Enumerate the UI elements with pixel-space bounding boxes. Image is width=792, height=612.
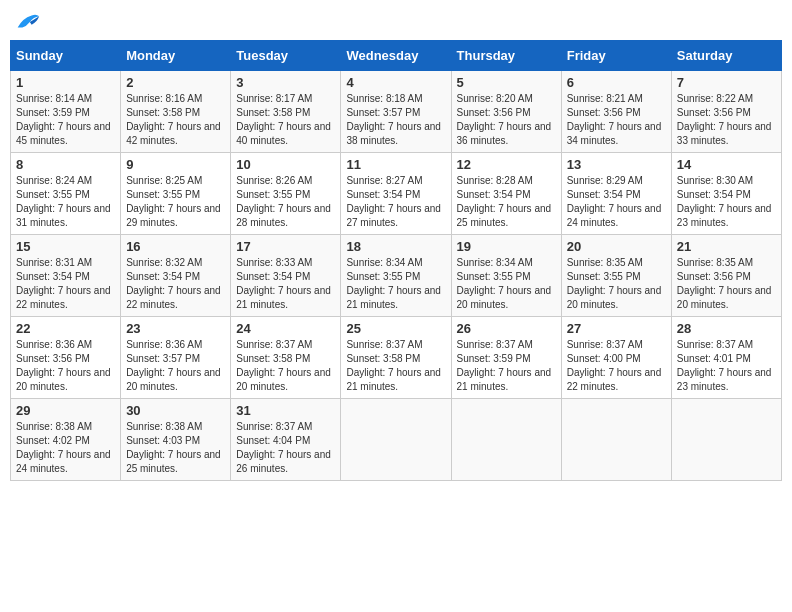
table-row — [451, 399, 561, 481]
col-friday: Friday — [561, 41, 671, 71]
day-info: Sunrise: 8:24 AM Sunset: 3:55 PM Dayligh… — [16, 174, 115, 230]
table-row: 17 Sunrise: 8:33 AM Sunset: 3:54 PM Dayl… — [231, 235, 341, 317]
day-number: 2 — [126, 75, 225, 90]
day-number: 15 — [16, 239, 115, 254]
day-number: 21 — [677, 239, 776, 254]
day-info: Sunrise: 8:37 AM Sunset: 3:59 PM Dayligh… — [457, 338, 556, 394]
day-info: Sunrise: 8:37 AM Sunset: 3:58 PM Dayligh… — [346, 338, 445, 394]
calendar-week-row: 1 Sunrise: 8:14 AM Sunset: 3:59 PM Dayli… — [11, 71, 782, 153]
day-number: 12 — [457, 157, 556, 172]
day-info: Sunrise: 8:34 AM Sunset: 3:55 PM Dayligh… — [457, 256, 556, 312]
calendar-week-row: 29 Sunrise: 8:38 AM Sunset: 4:02 PM Dayl… — [11, 399, 782, 481]
day-number: 23 — [126, 321, 225, 336]
day-number: 27 — [567, 321, 666, 336]
day-number: 31 — [236, 403, 335, 418]
table-row: 5 Sunrise: 8:20 AM Sunset: 3:56 PM Dayli… — [451, 71, 561, 153]
day-info: Sunrise: 8:38 AM Sunset: 4:03 PM Dayligh… — [126, 420, 225, 476]
day-number: 19 — [457, 239, 556, 254]
day-number: 6 — [567, 75, 666, 90]
day-number: 11 — [346, 157, 445, 172]
day-info: Sunrise: 8:28 AM Sunset: 3:54 PM Dayligh… — [457, 174, 556, 230]
table-row: 23 Sunrise: 8:36 AM Sunset: 3:57 PM Dayl… — [121, 317, 231, 399]
table-row: 1 Sunrise: 8:14 AM Sunset: 3:59 PM Dayli… — [11, 71, 121, 153]
day-info: Sunrise: 8:33 AM Sunset: 3:54 PM Dayligh… — [236, 256, 335, 312]
table-row: 29 Sunrise: 8:38 AM Sunset: 4:02 PM Dayl… — [11, 399, 121, 481]
table-row: 11 Sunrise: 8:27 AM Sunset: 3:54 PM Dayl… — [341, 153, 451, 235]
logo-bird-icon — [13, 10, 41, 32]
day-info: Sunrise: 8:29 AM Sunset: 3:54 PM Dayligh… — [567, 174, 666, 230]
day-info: Sunrise: 8:18 AM Sunset: 3:57 PM Dayligh… — [346, 92, 445, 148]
table-row — [341, 399, 451, 481]
calendar-header-row: Sunday Monday Tuesday Wednesday Thursday… — [11, 41, 782, 71]
page-header — [10, 10, 782, 32]
day-number: 10 — [236, 157, 335, 172]
day-number: 8 — [16, 157, 115, 172]
table-row: 27 Sunrise: 8:37 AM Sunset: 4:00 PM Dayl… — [561, 317, 671, 399]
day-number: 25 — [346, 321, 445, 336]
day-info: Sunrise: 8:38 AM Sunset: 4:02 PM Dayligh… — [16, 420, 115, 476]
day-info: Sunrise: 8:14 AM Sunset: 3:59 PM Dayligh… — [16, 92, 115, 148]
day-info: Sunrise: 8:35 AM Sunset: 3:55 PM Dayligh… — [567, 256, 666, 312]
table-row: 25 Sunrise: 8:37 AM Sunset: 3:58 PM Dayl… — [341, 317, 451, 399]
table-row: 14 Sunrise: 8:30 AM Sunset: 3:54 PM Dayl… — [671, 153, 781, 235]
day-info: Sunrise: 8:37 AM Sunset: 4:00 PM Dayligh… — [567, 338, 666, 394]
day-number: 26 — [457, 321, 556, 336]
day-number: 16 — [126, 239, 225, 254]
table-row: 28 Sunrise: 8:37 AM Sunset: 4:01 PM Dayl… — [671, 317, 781, 399]
table-row: 22 Sunrise: 8:36 AM Sunset: 3:56 PM Dayl… — [11, 317, 121, 399]
day-info: Sunrise: 8:21 AM Sunset: 3:56 PM Dayligh… — [567, 92, 666, 148]
day-number: 14 — [677, 157, 776, 172]
table-row: 12 Sunrise: 8:28 AM Sunset: 3:54 PM Dayl… — [451, 153, 561, 235]
day-info: Sunrise: 8:37 AM Sunset: 3:58 PM Dayligh… — [236, 338, 335, 394]
col-sunday: Sunday — [11, 41, 121, 71]
table-row: 30 Sunrise: 8:38 AM Sunset: 4:03 PM Dayl… — [121, 399, 231, 481]
day-info: Sunrise: 8:32 AM Sunset: 3:54 PM Dayligh… — [126, 256, 225, 312]
day-info: Sunrise: 8:31 AM Sunset: 3:54 PM Dayligh… — [16, 256, 115, 312]
day-info: Sunrise: 8:25 AM Sunset: 3:55 PM Dayligh… — [126, 174, 225, 230]
day-number: 24 — [236, 321, 335, 336]
table-row: 3 Sunrise: 8:17 AM Sunset: 3:58 PM Dayli… — [231, 71, 341, 153]
calendar-week-row: 22 Sunrise: 8:36 AM Sunset: 3:56 PM Dayl… — [11, 317, 782, 399]
table-row: 10 Sunrise: 8:26 AM Sunset: 3:55 PM Dayl… — [231, 153, 341, 235]
day-number: 3 — [236, 75, 335, 90]
table-row: 31 Sunrise: 8:37 AM Sunset: 4:04 PM Dayl… — [231, 399, 341, 481]
table-row: 18 Sunrise: 8:34 AM Sunset: 3:55 PM Dayl… — [341, 235, 451, 317]
calendar-week-row: 8 Sunrise: 8:24 AM Sunset: 3:55 PM Dayli… — [11, 153, 782, 235]
day-info: Sunrise: 8:20 AM Sunset: 3:56 PM Dayligh… — [457, 92, 556, 148]
table-row: 2 Sunrise: 8:16 AM Sunset: 3:58 PM Dayli… — [121, 71, 231, 153]
table-row: 4 Sunrise: 8:18 AM Sunset: 3:57 PM Dayli… — [341, 71, 451, 153]
day-info: Sunrise: 8:16 AM Sunset: 3:58 PM Dayligh… — [126, 92, 225, 148]
logo — [10, 10, 41, 32]
table-row: 15 Sunrise: 8:31 AM Sunset: 3:54 PM Dayl… — [11, 235, 121, 317]
day-info: Sunrise: 8:30 AM Sunset: 3:54 PM Dayligh… — [677, 174, 776, 230]
table-row: 24 Sunrise: 8:37 AM Sunset: 3:58 PM Dayl… — [231, 317, 341, 399]
day-number: 30 — [126, 403, 225, 418]
day-info: Sunrise: 8:34 AM Sunset: 3:55 PM Dayligh… — [346, 256, 445, 312]
day-info: Sunrise: 8:36 AM Sunset: 3:56 PM Dayligh… — [16, 338, 115, 394]
day-number: 20 — [567, 239, 666, 254]
day-number: 22 — [16, 321, 115, 336]
day-number: 29 — [16, 403, 115, 418]
table-row: 16 Sunrise: 8:32 AM Sunset: 3:54 PM Dayl… — [121, 235, 231, 317]
table-row: 13 Sunrise: 8:29 AM Sunset: 3:54 PM Dayl… — [561, 153, 671, 235]
table-row: 21 Sunrise: 8:35 AM Sunset: 3:56 PM Dayl… — [671, 235, 781, 317]
day-number: 9 — [126, 157, 225, 172]
day-number: 28 — [677, 321, 776, 336]
col-monday: Monday — [121, 41, 231, 71]
table-row: 19 Sunrise: 8:34 AM Sunset: 3:55 PM Dayl… — [451, 235, 561, 317]
day-info: Sunrise: 8:35 AM Sunset: 3:56 PM Dayligh… — [677, 256, 776, 312]
day-number: 18 — [346, 239, 445, 254]
day-number: 1 — [16, 75, 115, 90]
day-info: Sunrise: 8:22 AM Sunset: 3:56 PM Dayligh… — [677, 92, 776, 148]
day-info: Sunrise: 8:37 AM Sunset: 4:04 PM Dayligh… — [236, 420, 335, 476]
table-row: 8 Sunrise: 8:24 AM Sunset: 3:55 PM Dayli… — [11, 153, 121, 235]
table-row: 20 Sunrise: 8:35 AM Sunset: 3:55 PM Dayl… — [561, 235, 671, 317]
day-info: Sunrise: 8:17 AM Sunset: 3:58 PM Dayligh… — [236, 92, 335, 148]
col-thursday: Thursday — [451, 41, 561, 71]
day-number: 7 — [677, 75, 776, 90]
calendar-table: Sunday Monday Tuesday Wednesday Thursday… — [10, 40, 782, 481]
day-number: 17 — [236, 239, 335, 254]
day-number: 13 — [567, 157, 666, 172]
table-row — [561, 399, 671, 481]
day-number: 4 — [346, 75, 445, 90]
